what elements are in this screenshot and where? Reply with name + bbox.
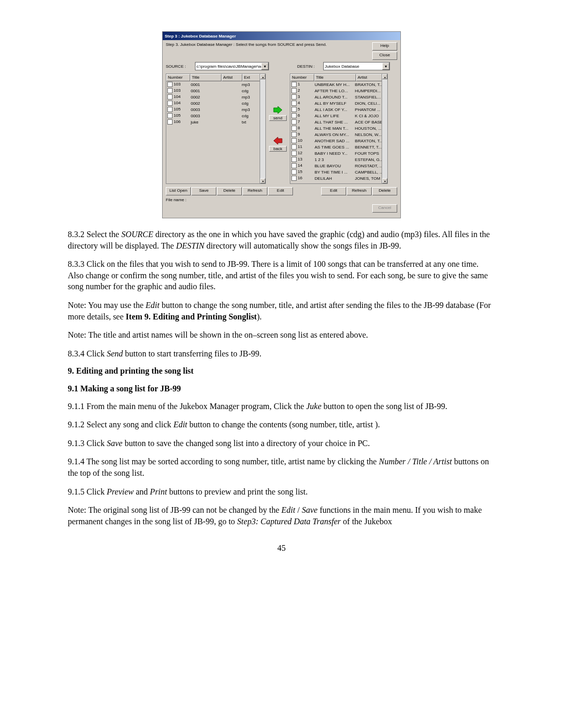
table-row[interactable]: 12BABY I NEED Y...FOUR TOPS [290,150,382,156]
scroll-down-icon[interactable]: ▾ [260,178,265,183]
paragraph: Note: You may use the Edit button to cha… [68,300,495,322]
table-row[interactable]: 1040002mp3 [166,94,260,100]
help-button[interactable]: Help [372,42,397,51]
table-row[interactable]: 11AS TIME GOES ...BENNETT, T... [290,144,382,150]
edit-button[interactable]: Edit [321,187,346,195]
edit-button[interactable]: Edit [268,187,293,195]
checkbox[interactable] [167,82,173,87]
checkbox[interactable] [291,157,297,162]
back-button[interactable]: back [269,137,287,152]
destin-combo[interactable]: Jukebox Database ▼ [323,62,390,70]
close-button[interactable]: Close [372,52,397,60]
col-number[interactable]: Number [290,74,314,81]
cancel-button[interactable]: Cancel [372,204,397,213]
page-number: 45 [68,542,495,554]
table-row[interactable]: 6ALL MY LIFEK CI & JOJO [290,113,382,119]
delete-button[interactable]: Delete [217,187,242,195]
checkbox[interactable] [291,126,297,131]
table-row[interactable]: 4ALL BY MYSELFDION, CELI... [290,100,382,106]
col-title[interactable]: Title [314,74,356,81]
app-window: Step 3 : Jukebox Database Manager Step 3… [162,31,401,218]
paragraph: 9.1.5 Click Preview and Print buttons to… [68,486,495,498]
scrollbar[interactable]: ▴ ▾ [260,74,265,183]
table-row[interactable]: 8ALL THE MAN T...HOUSTON, ... [290,125,382,131]
table-row[interactable]: 1030001mp3 [166,81,260,88]
arrow-right-icon [273,106,283,114]
paragraph: Note: The title and artist names will be… [68,329,495,341]
table-row[interactable]: 1UNBREAK MY H...BRAXTON, T... [290,81,382,88]
paragraph: Note: The original song list of JB-99 ca… [68,504,495,527]
save-button[interactable]: Save [191,187,216,195]
table-row[interactable]: 3ALL AROUND T...STANSFIEL... [290,94,382,100]
scroll-up-icon[interactable]: ▴ [260,74,265,79]
col-artist[interactable]: Artist [222,74,242,81]
chevron-down-icon[interactable]: ▼ [261,63,268,70]
checkbox[interactable] [167,88,173,93]
scroll-up-icon[interactable]: ▴ [382,74,387,79]
checkbox[interactable] [291,169,297,175]
chevron-down-icon[interactable]: ▼ [382,63,389,70]
table-row[interactable]: 14BLUE BAYOURONSTADT, ... [290,163,382,169]
table-row[interactable]: 106juketxt [166,119,260,125]
checkbox[interactable] [167,101,173,106]
destin-value: Jukebox Database [324,64,382,69]
destin-label: DESTIN : [297,64,320,69]
window-title: Step 3 : Jukebox Database Manager [165,34,236,39]
paragraph: 9.1.1 From the main menu of the Jukebox … [68,401,495,412]
checkbox[interactable] [291,151,297,156]
checkbox[interactable] [291,113,297,118]
table-row[interactable]: 2AFTER THE LO...HUMPERDI... [290,88,382,94]
table-row[interactable]: 131 2 3ESTEFAN, G... [290,156,382,163]
table-row[interactable]: 1040002cdg [166,100,260,106]
source-label: SOURCE : [166,64,192,69]
table-row[interactable]: 1050003cdg [166,113,260,119]
delete-button[interactable]: Delete [372,187,397,195]
table-row[interactable]: 5ALL I ASK OF Y...PHANTOM ... [290,106,382,113]
col-number[interactable]: Number [166,74,190,81]
send-button[interactable]: send [269,106,287,121]
filename-label: File name : [163,198,400,204]
checkbox[interactable] [291,88,297,93]
list-open-button[interactable]: List Open [166,187,191,195]
checkbox[interactable] [167,107,173,112]
refresh-button[interactable]: Refresh [347,187,372,195]
checkbox[interactable] [291,94,297,100]
paragraph: 8.3.3 Click on the files that you wish t… [68,258,495,292]
col-title[interactable]: Title [190,74,222,81]
source-combo[interactable]: c:\program files\cavs\JBManager\wr ▼ [195,62,269,70]
destin-table: Number Title Artist 1UNBREAK MY H...BRAX… [290,73,388,184]
paragraph: 9.1.3 Click Save button to save the chan… [68,438,495,449]
paragraph: 8.3.2 Select the SOURCE directory as the… [68,229,495,251]
refresh-button[interactable]: Refresh [242,187,267,195]
checkbox[interactable] [291,163,297,168]
section-heading: 9. Editing and printing the song list [68,365,495,377]
table-row[interactable]: 1030001cdg [166,88,260,94]
checkbox[interactable] [291,101,297,106]
table-row[interactable]: 1050003mp3 [166,106,260,113]
scrollbar[interactable]: ▴ ▾ [382,74,387,183]
checkbox[interactable] [167,119,173,125]
checkbox[interactable] [291,82,297,87]
table-row[interactable]: 15BY THE TIME I ...CAMPBELL, ... [290,169,382,175]
source-table: Number Title Artist Ext 1030001mp3103000… [166,73,266,184]
checkbox[interactable] [291,144,297,150]
checkbox[interactable] [291,119,297,125]
instruction-text: Step 3. Jukebox Database Manager : Selec… [166,42,327,60]
paragraph: 9.1.4 The song list may be sorted accord… [68,456,495,478]
checkbox[interactable] [291,107,297,112]
col-artist[interactable]: Artist [356,74,385,81]
checkbox[interactable] [291,132,297,137]
checkbox[interactable] [291,138,297,143]
table-row[interactable]: 10ANOTHER SAD ...BRAXTON, T... [290,138,382,144]
table-row[interactable]: 9ALWAYS ON MY...NELSON, W... [290,131,382,138]
arrow-left-icon [273,137,283,145]
source-path: c:\program files\cavs\JBManager\wr [195,64,261,69]
scroll-down-icon[interactable]: ▾ [382,178,387,183]
checkbox[interactable] [291,176,297,181]
subsection-heading: 9.1 Making a song list for JB-99 [68,383,495,394]
table-row[interactable]: 7ALL THAT SHE ...ACE OF BASE [290,119,382,125]
checkbox[interactable] [167,113,173,118]
checkbox[interactable] [167,94,173,100]
table-row[interactable]: 16DELILAHJONES, TOM [290,175,382,181]
paragraph: 9.1.2 Select any song and click Edit but… [68,419,495,430]
